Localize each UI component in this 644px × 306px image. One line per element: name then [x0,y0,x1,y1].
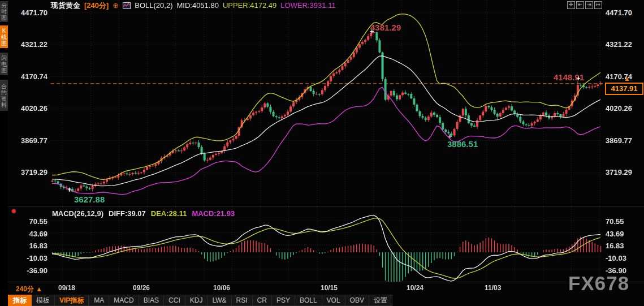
date-tick-label: 10/06 [213,284,230,292]
pan-right-icon[interactable]: ↦ [594,1,602,9]
indicator-item-psy[interactable]: PSY [272,295,295,306]
indicator-item-macd[interactable]: MACD [109,295,139,306]
date-tick-label: 11/03 [485,284,501,292]
period-label[interactable]: [240分] [84,1,109,11]
macd-indicator-chart[interactable] [51,207,603,282]
symbol-name: 现货黄金 [51,1,80,11]
boll-lower-value: LOWER:3931.11 [280,1,335,10]
chart-header: 现货黄金 [240分] ⊕ BOLL(20,2) MID:4051.80 UPP… [51,1,336,10]
price-tick-label: 4321.22 [606,40,632,49]
period-selector-button[interactable]: 240分 ▲ [16,285,42,294]
compress-horizontal-icon[interactable]: ⇤ [576,1,584,9]
price-tick-label: 3719.29 [606,168,632,176]
template-button[interactable]: 模板 [32,295,55,306]
price-up-arrow-icon: ▲ [624,75,630,82]
indicator-button[interactable]: 指标 [8,295,32,306]
vip-indicator-button[interactable]: VIP指标 [55,295,89,306]
left-sidebar: 分时图K线图闪电图合约资料 [0,0,8,306]
macd-params-label: MACD(26,12,9) [52,209,103,218]
indicator-item-boll[interactable]: BOLL [295,295,322,306]
high-price-annotation: 4381.29 [370,23,401,32]
macd-diff-value: DIFF:39.07 [109,209,146,218]
cross-marker: + [576,76,581,81]
date-axis: 09/1809/2610/0610/1510/2411/03 [0,283,644,294]
sidebar-tab[interactable]: 合约资料 [0,80,8,111]
sidebar-tab[interactable]: 闪电图 [0,53,8,75]
crosshair-icon[interactable]: ✛ [567,1,575,9]
indicator-toolbar: 指标 模板 VIP指标 MAMACDBIASCCIKDJLW&RSICRPSYB… [8,295,392,306]
indicator-item-cci[interactable]: CCI [164,295,185,306]
macd-tick-label: 43.69 [606,230,624,238]
price-tick-label: 3869.77 [606,136,632,145]
settings-button[interactable]: 设置 [369,295,392,306]
indicator-item-rsi[interactable]: RSI [232,295,253,306]
chart-app: 分时图K线图闪电图合约资料 现货黄金 [240分] ⊕ BOLL(20,2) M… [0,0,644,306]
cross-marker: + [448,133,452,139]
main-candlestick-chart[interactable] [51,0,603,207]
axis-divider [8,282,644,282]
price-tick-label: 4020.26 [606,104,632,113]
cross-marker: + [67,187,72,193]
chart-type-icon[interactable] [123,2,131,9]
indicator-item-kdj[interactable]: KDJ [185,295,208,306]
macd-tick-label: -10.03 [606,254,626,262]
sidebar-tab[interactable]: 分时图 [0,1,8,22]
indicator-item-ma[interactable]: MA [89,295,109,306]
current-price-box: 4137.91 [605,83,643,95]
indicator-item-vol[interactable]: VOL [322,295,345,306]
date-tick-label: 10/24 [407,284,423,292]
date-tick-label: 09/26 [133,284,150,292]
date-tick-label: 10/15 [321,284,338,292]
expand-horizontal-icon[interactable]: ⇥ [585,1,593,9]
chart-tool-buttons: ✛⇤⇥↦ [567,1,602,9]
crosshair-toggle-icon[interactable]: ⊕ [113,1,119,10]
low-price-annotation: 3627.88 [74,195,105,204]
price-tick-label: 4471.70 [606,8,632,17]
panel-divider [8,206,644,207]
cross-marker: + [370,29,374,35]
date-tick-label: 09/18 [58,284,75,292]
indicator-item-obv[interactable]: OBV [345,295,369,306]
sidebar-tab[interactable]: K线图 [0,25,8,48]
indicator-item-bias[interactable]: BIAS [139,295,164,306]
macd-dea-value: DEA:28.11 [151,209,187,218]
indicator-item-lw[interactable]: LW& [208,295,231,306]
macd-tick-label: 70.55 [606,217,624,226]
macd-header: MACD(26,12,9) DIFF:39.07 DEA:28.11 MACD:… [52,209,235,218]
indicator-item-cr[interactable]: CR [253,295,272,306]
boll-params-label: BOLL(20,2) [135,1,172,10]
boll-mid-value: MID:4051.80 [176,1,218,10]
macd-macd-value: MACD:21.93 [192,209,235,218]
boll-upper-value: UPPER:4172.49 [223,1,276,10]
indicator-marker-icon[interactable]: ✹ [11,207,17,216]
swing-low-annotation: 3886.51 [447,139,478,149]
macd-tick-label: 16.83 [606,242,624,250]
